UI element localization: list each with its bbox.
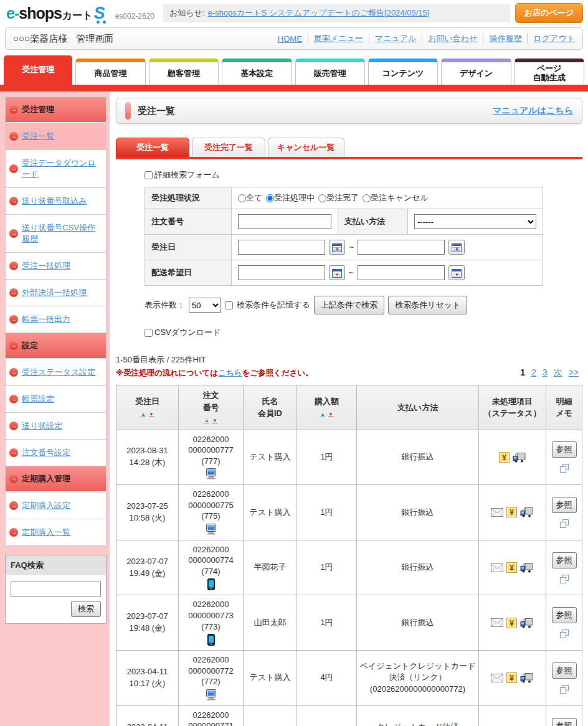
logo-text-shops: shops bbox=[19, 4, 62, 22]
subtab-order-complete-list[interactable]: 受注完了一覧 bbox=[192, 138, 265, 157]
calendar-icon[interactable] bbox=[329, 265, 345, 280]
sidebar-section-order-management[interactable]: 受注管理 bbox=[6, 97, 106, 123]
reset-button[interactable]: 検索条件リセット bbox=[388, 296, 467, 314]
delivery-date-to-input[interactable] bbox=[358, 265, 445, 280]
tab-page-auto-generation[interactable]: ページ 自動生成 bbox=[514, 59, 584, 85]
sort-desc-icon[interactable]: ▼ bbox=[212, 418, 217, 423]
sidebar-section-subscription-management[interactable]: 定期購入管理 bbox=[6, 466, 106, 493]
faq-search-button[interactable]: 検索 bbox=[71, 601, 101, 617]
copy-memo-icon[interactable] bbox=[560, 575, 569, 583]
sidebar-item-subscription-list[interactable]: 定期購入一覧 bbox=[6, 519, 106, 546]
payment-yen-icon[interactable]: ¥ bbox=[506, 618, 517, 628]
mail-icon[interactable] bbox=[491, 618, 503, 627]
sidebar-item-shipping-slip-settings[interactable]: 送り状設定 bbox=[6, 413, 106, 440]
sidebar-item-order-number-settings[interactable]: 注文番号設定 bbox=[6, 440, 106, 466]
detail-reference-button[interactable]: 参照 bbox=[552, 497, 577, 513]
tab-order-management[interactable]: 受注管理 bbox=[4, 55, 72, 85]
shipping-truck-icon[interactable] bbox=[520, 562, 534, 573]
sort-desc-icon[interactable]: ▼ bbox=[328, 412, 333, 417]
csv-download-checkbox[interactable] bbox=[145, 329, 153, 337]
tab-sales-management[interactable]: 販売管理 bbox=[295, 59, 365, 85]
nav-link-home[interactable]: HOME bbox=[272, 34, 308, 44]
order-number-input[interactable] bbox=[238, 214, 331, 229]
shipping-truck-icon[interactable] bbox=[513, 452, 526, 463]
nav-link-manual[interactable]: マニュアル bbox=[369, 33, 423, 44]
shipping-truck-icon[interactable] bbox=[520, 618, 534, 628]
pc-icon bbox=[181, 524, 240, 536]
sidebar-item-external-payment-batch[interactable]: 外部決済一括処理 bbox=[6, 280, 106, 306]
payment-yen-icon[interactable]: ¥ bbox=[506, 507, 517, 517]
tab-basic-settings[interactable]: 基本設定 bbox=[222, 59, 292, 85]
sort-asc-icon[interactable]: ▲ bbox=[204, 418, 209, 423]
tab-design[interactable]: デザイン bbox=[441, 59, 511, 85]
sidebar-item-subscription-settings[interactable]: 定期購入設定 bbox=[6, 493, 106, 519]
radio-status-all[interactable]: 全て bbox=[238, 192, 262, 204]
mail-icon[interactable] bbox=[491, 563, 503, 572]
calendar-icon[interactable] bbox=[329, 240, 345, 255]
sort-desc-icon[interactable]: ▼ bbox=[149, 412, 154, 417]
sidebar-item-shipping-slip-csv-history[interactable]: 送り状番号CSV操作履歴 bbox=[6, 215, 106, 253]
nav-link-operation-history[interactable]: 操作履歴 bbox=[483, 33, 528, 44]
sidebar-item-order-data-download[interactable]: 受注データダウンロード bbox=[6, 150, 106, 188]
shipping-truck-icon[interactable] bbox=[520, 507, 534, 517]
eshops-logo[interactable]: e-shopsカートS bbox=[6, 4, 109, 23]
detail-reference-button[interactable]: 参照 bbox=[552, 552, 577, 568]
pc-icon bbox=[181, 689, 240, 702]
shop-page-button[interactable]: お店のページ bbox=[515, 3, 583, 23]
mail-icon[interactable] bbox=[491, 508, 503, 517]
sidebar-item-order-list[interactable]: 受注一覧 bbox=[6, 123, 106, 150]
page-link-3[interactable]: 3 bbox=[543, 367, 548, 377]
mail-icon[interactable] bbox=[491, 674, 503, 682]
payment-yen-icon[interactable]: ¥ bbox=[506, 562, 517, 573]
detail-search-checkbox[interactable] bbox=[145, 171, 153, 179]
calendar-icon[interactable] bbox=[448, 240, 465, 255]
delivery-date-from-input[interactable] bbox=[238, 265, 325, 280]
detail-reference-button[interactable]: 参照 bbox=[552, 607, 577, 623]
order-date-from-input[interactable] bbox=[238, 240, 325, 255]
subtab-order-list[interactable]: 受注一覧 bbox=[116, 138, 189, 157]
sidebar-item-order-batch-process[interactable]: 受注一括処理 bbox=[6, 253, 106, 280]
payment-yen-icon[interactable]: ¥ bbox=[499, 452, 510, 463]
detail-reference-button[interactable]: 参照 bbox=[552, 662, 577, 679]
tab-customer-management[interactable]: 顧客管理 bbox=[149, 59, 219, 85]
page-link-next[interactable]: 次 bbox=[554, 367, 562, 379]
detail-cell: 参照 bbox=[546, 485, 582, 540]
note-link[interactable]: こちら bbox=[218, 369, 242, 377]
radio-status-complete[interactable]: 受注完了 bbox=[318, 192, 359, 204]
copy-memo-icon[interactable] bbox=[560, 629, 569, 638]
nav-link-expand-menu[interactable]: 展開メニュー bbox=[308, 33, 369, 44]
subtab-cancel-list[interactable]: キャンセル一覧 bbox=[268, 138, 344, 157]
detail-reference-button[interactable]: 参照 bbox=[552, 441, 577, 458]
per-page-select[interactable]: 50 bbox=[189, 298, 221, 313]
payment-method-select[interactable]: ------ bbox=[414, 214, 536, 229]
remember-conditions-checkbox[interactable] bbox=[225, 301, 233, 309]
order-date-cell: 2023-04-11 10:17 (火) bbox=[116, 651, 179, 706]
page-link-2[interactable]: 2 bbox=[531, 367, 536, 377]
copy-memo-icon[interactable] bbox=[560, 464, 569, 473]
sidebar-item-report-batch-output[interactable]: 帳票一括出力 bbox=[6, 306, 106, 333]
page-link-last[interactable]: >> bbox=[569, 367, 579, 377]
copy-memo-icon[interactable] bbox=[560, 519, 569, 528]
sort-asc-icon[interactable]: ▲ bbox=[320, 412, 325, 417]
sidebar-item-report-settings[interactable]: 帳票設定 bbox=[6, 386, 106, 413]
radio-status-cancel[interactable]: 受注キャンセル bbox=[363, 192, 429, 204]
search-button[interactable]: 上記条件で検索 bbox=[314, 296, 384, 314]
detail-reference-button[interactable]: 参照 bbox=[552, 718, 577, 726]
order-date-to-input[interactable] bbox=[358, 240, 445, 255]
tab-contents[interactable]: コンテンツ bbox=[368, 59, 438, 85]
nav-link-logout[interactable]: ログアウト bbox=[528, 33, 575, 44]
sidebar-item-order-status-settings[interactable]: 受注ステータス設定 bbox=[6, 359, 106, 386]
nav-link-contact[interactable]: お問い合わせ bbox=[422, 33, 483, 44]
sidebar-item-shipping-slip-import[interactable]: 送り状番号取込み bbox=[6, 188, 106, 215]
notice-link[interactable]: e-shopsカートS システムアップデートのご報告[2024/05/15] bbox=[208, 7, 430, 19]
payment-yen-icon[interactable]: ¥ bbox=[506, 672, 517, 683]
sidebar-section-settings[interactable]: 設定 bbox=[6, 333, 106, 359]
faq-search-input[interactable] bbox=[11, 582, 101, 596]
calendar-icon[interactable] bbox=[448, 265, 465, 280]
sort-asc-icon[interactable]: ▲ bbox=[141, 412, 146, 417]
manual-link[interactable]: マニュアルはこちら bbox=[493, 105, 573, 116]
tab-product-management[interactable]: 商品管理 bbox=[75, 59, 145, 85]
radio-status-processing[interactable]: 受注処理中 bbox=[266, 192, 315, 204]
shipping-truck-icon[interactable] bbox=[520, 672, 534, 683]
copy-memo-icon[interactable] bbox=[560, 685, 569, 694]
